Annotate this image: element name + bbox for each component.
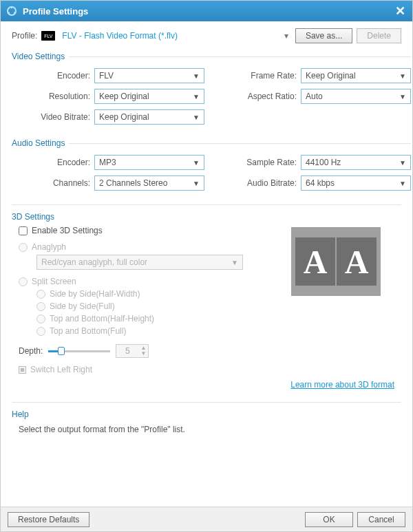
restore-defaults-button[interactable]: Restore Defaults — [8, 512, 89, 527]
depth-value: 5 — [116, 346, 138, 356]
audio-settings-group: Audio Settings Encoder: MP3▼ Sample Rate… — [12, 138, 411, 198]
sbs-full-radio: Side by Side(Full) — [36, 301, 401, 311]
tb-half-radio: Top and Bottom(Half-Height) — [36, 314, 401, 323]
anaglyph-label: Anaglyph — [32, 242, 66, 252]
frame-rate-label: Frame Rate: — [232, 68, 301, 83]
help-group: Help Select the output format from the "… — [12, 402, 401, 434]
caret-down-icon: ▼ — [399, 93, 406, 100]
switch-label: Switch Left Right — [30, 365, 92, 374]
app-icon — [6, 6, 17, 17]
split-screen-radio-input — [19, 277, 28, 286]
three-d-preview: A A — [291, 227, 381, 296]
video-settings-group: Video Settings Encoder: FLV▼ Frame Rate:… — [12, 52, 411, 131]
ok-button[interactable]: OK — [305, 512, 353, 527]
video-bitrate-select[interactable]: Keep Original▼ — [94, 109, 204, 125]
flv-icon: FLV — [41, 31, 55, 41]
preview-right-a: A — [337, 237, 377, 286]
switch-left-right-row: Switch Left Right — [19, 365, 401, 374]
profile-row: Profile: FLV FLV - Flash Video Format (*… — [12, 28, 401, 43]
footer-bar: Restore Defaults OK Cancel — [1, 507, 412, 531]
split-screen-label: Split Screen — [32, 277, 76, 286]
delete-button: Delete — [357, 28, 401, 43]
video-encoder-label: Encoder: — [12, 68, 94, 83]
save-as-button[interactable]: Save as... — [295, 28, 352, 43]
close-icon[interactable]: ✕ — [393, 5, 407, 17]
content-area: Profile: FLV FLV - Flash Video Format (*… — [1, 21, 412, 507]
sample-rate-select[interactable]: 44100 Hz▼ — [301, 155, 411, 170]
profile-label: Profile: — [12, 31, 37, 41]
aspect-ratio-select[interactable]: Auto▼ — [301, 89, 411, 104]
resolution-select[interactable]: Keep Original▼ — [94, 89, 204, 104]
titlebar: Profile Settings ✕ — [1, 1, 412, 21]
sample-rate-label: Sample Rate: — [232, 155, 301, 170]
enable-3d-label: Enable 3D Settings — [32, 226, 103, 235]
caret-down-icon: ▼ — [193, 72, 200, 80]
preview-left-a: A — [295, 237, 335, 286]
aspect-ratio-label: Aspect Ratio: — [232, 89, 301, 104]
profile-settings-dialog: Profile Settings ✕ Profile: FLV FLV - Fl… — [0, 0, 413, 532]
title-text: Profile Settings — [23, 6, 88, 17]
caret-down-icon: ▼ — [399, 72, 406, 80]
caret-down-icon: ▼ — [193, 159, 200, 167]
anaglyph-radio-input — [19, 243, 28, 252]
switch-checkbox-icon — [19, 366, 26, 374]
caret-down-icon: ▼ — [193, 180, 200, 187]
help-text: Select the output format from the "Profi… — [19, 425, 394, 434]
audio-encoder-label: Encoder: — [12, 155, 94, 170]
caret-down-icon: ▼ — [231, 259, 238, 266]
video-encoder-select[interactable]: FLV▼ — [94, 68, 204, 83]
video-legend: Video Settings — [12, 52, 69, 61]
help-legend: Help — [12, 409, 401, 419]
caret-down-icon: ▼ — [193, 114, 200, 121]
video-bitrate-label: Video Bitrate: — [12, 109, 94, 125]
depth-row: Depth: 5 ▲▼ — [19, 344, 401, 358]
three-d-legend: 3D Settings — [12, 212, 401, 222]
resolution-label: Resolution: — [12, 89, 94, 104]
svg-point-2 — [8, 12, 10, 14]
audio-bitrate-label: Audio Bitrate: — [232, 175, 301, 191]
channels-select[interactable]: 2 Channels Stereo▼ — [94, 175, 204, 191]
spin-arrows-icon: ▲▼ — [138, 345, 148, 357]
depth-spinbox: 5 ▲▼ — [116, 344, 149, 358]
profile-select[interactable]: FLV - Flash Video Format (*.flv) ▾ — [59, 28, 291, 43]
enable-3d-input[interactable] — [19, 226, 28, 235]
audio-legend: Audio Settings — [12, 138, 69, 148]
svg-point-3 — [14, 12, 16, 14]
tb-full-radio: Top and Bottom(Full) — [36, 326, 401, 336]
anaglyph-value: Red/cyan anaglyph, full color — [41, 257, 147, 267]
caret-down-icon: ▼ — [399, 159, 406, 167]
svg-point-1 — [11, 7, 13, 9]
depth-slider — [48, 346, 110, 356]
caret-down-icon: ▾ — [284, 31, 288, 41]
frame-rate-select[interactable]: Keep Original▼ — [301, 68, 411, 83]
learn-more-link[interactable]: Learn more about 3D format — [290, 380, 394, 390]
slider-thumb — [58, 347, 65, 355]
caret-down-icon: ▼ — [193, 93, 200, 100]
depth-label: Depth: — [19, 346, 43, 356]
channels-label: Channels: — [12, 175, 94, 191]
three-d-settings-group: 3D Settings A A Enable 3D Settings Anagl… — [12, 204, 401, 390]
cancel-button[interactable]: Cancel — [357, 512, 405, 527]
profile-value: FLV - Flash Video Format (*.flv) — [62, 31, 178, 41]
caret-down-icon: ▼ — [399, 180, 406, 187]
audio-encoder-select[interactable]: MP3▼ — [94, 155, 204, 170]
audio-bitrate-select[interactable]: 64 kbps▼ — [301, 175, 411, 191]
anaglyph-select: Red/cyan anaglyph, full color ▼ — [36, 255, 243, 270]
